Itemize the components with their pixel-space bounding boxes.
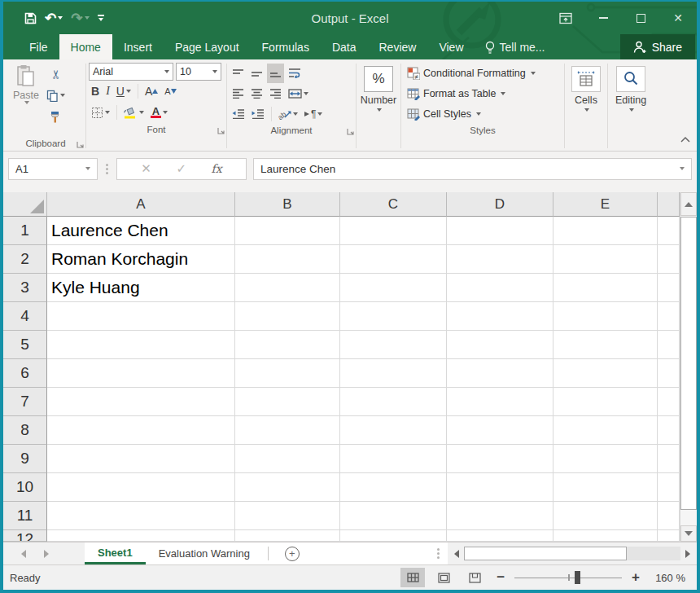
row-header-7[interactable]: 7 bbox=[3, 388, 47, 416]
column-header-B[interactable]: B bbox=[235, 192, 340, 217]
alignment-dialog-launcher[interactable] bbox=[347, 128, 354, 135]
editing-button[interactable]: Editing bbox=[610, 63, 651, 113]
copy-button[interactable] bbox=[44, 86, 68, 105]
cell-F5[interactable] bbox=[658, 331, 680, 359]
row-header-11[interactable]: 11 bbox=[3, 502, 47, 530]
underline-button[interactable]: U bbox=[114, 81, 133, 101]
cell-B10[interactable] bbox=[235, 473, 340, 502]
cell-F6[interactable] bbox=[658, 359, 680, 388]
italic-button[interactable]: I bbox=[103, 81, 112, 101]
tab-review[interactable]: Review bbox=[368, 34, 428, 59]
cell-F1[interactable] bbox=[658, 217, 680, 245]
cell-C2[interactable] bbox=[340, 245, 447, 274]
cell-C9[interactable] bbox=[340, 445, 447, 473]
formula-bar-handle[interactable] bbox=[106, 164, 108, 174]
cell-C7[interactable] bbox=[340, 388, 447, 416]
cell-E9[interactable] bbox=[553, 445, 658, 473]
cell-C1[interactable] bbox=[340, 217, 447, 245]
paste-button[interactable]: Paste bbox=[8, 63, 44, 137]
page-break-preview-button[interactable] bbox=[462, 568, 487, 587]
horizontal-scrollbar-track[interactable] bbox=[627, 547, 680, 560]
conditional-formatting-button[interactable]: ≠ Conditional Formatting bbox=[407, 63, 562, 83]
cell-B2[interactable] bbox=[235, 245, 340, 274]
cell-E5[interactable] bbox=[553, 331, 658, 359]
collapse-ribbon-button[interactable] bbox=[680, 131, 690, 146]
cell-B6[interactable] bbox=[235, 359, 340, 388]
cell-F7[interactable] bbox=[658, 388, 680, 416]
cell-B1[interactable] bbox=[235, 217, 340, 245]
middle-align-button[interactable] bbox=[248, 64, 265, 83]
zoom-in-button[interactable]: + bbox=[628, 569, 643, 586]
cell-D11[interactable] bbox=[447, 502, 553, 530]
customize-qat-button[interactable] bbox=[98, 15, 104, 21]
cell-A6[interactable] bbox=[47, 359, 235, 388]
cut-button[interactable]: ✂ bbox=[46, 63, 65, 86]
number-format-button[interactable]: % Number bbox=[359, 63, 398, 113]
increase-font-size-button[interactable]: A bbox=[142, 81, 160, 101]
share-button[interactable]: Share bbox=[620, 34, 695, 59]
cell-E6[interactable] bbox=[553, 359, 658, 388]
column-header-E[interactable]: E bbox=[553, 192, 658, 217]
close-button[interactable]: ✕ bbox=[659, 2, 697, 34]
ribbon-display-options-button[interactable] bbox=[547, 2, 584, 34]
tab-insert[interactable]: Insert bbox=[112, 34, 164, 59]
font-color-button[interactable]: A bbox=[148, 103, 170, 122]
borders-button[interactable] bbox=[89, 103, 112, 122]
cell-C6[interactable] bbox=[340, 359, 447, 388]
cell-F11[interactable] bbox=[658, 502, 680, 530]
column-header-D[interactable]: D bbox=[447, 192, 553, 217]
cell-A10[interactable] bbox=[47, 473, 235, 502]
tab-view[interactable]: View bbox=[427, 34, 475, 59]
zoom-level[interactable]: 160 % bbox=[650, 572, 685, 584]
row-header-1[interactable]: 1 bbox=[3, 217, 47, 245]
cancel-entry-icon[interactable]: ✕ bbox=[141, 161, 151, 176]
cell-F10[interactable] bbox=[658, 473, 680, 502]
horizontal-scrollbar[interactable] bbox=[448, 542, 697, 564]
cell-C8[interactable] bbox=[340, 416, 447, 445]
cell-D7[interactable] bbox=[447, 388, 553, 416]
cell-E11[interactable] bbox=[553, 502, 658, 530]
scroll-up-button[interactable] bbox=[680, 192, 697, 216]
tab-file[interactable]: File bbox=[18, 34, 59, 59]
cell-B3[interactable] bbox=[235, 274, 340, 302]
text-direction-button[interactable]: ¶ bbox=[302, 104, 325, 124]
cell-D12[interactable] bbox=[447, 530, 553, 542]
cell-C11[interactable] bbox=[340, 502, 447, 530]
tab-home[interactable]: Home bbox=[59, 34, 112, 59]
cell-D9[interactable] bbox=[447, 445, 553, 473]
format-painter-button[interactable] bbox=[44, 107, 68, 126]
cell-E1[interactable] bbox=[553, 217, 658, 245]
cell-E2[interactable] bbox=[553, 245, 658, 274]
cell-B7[interactable] bbox=[235, 388, 340, 416]
bold-button[interactable]: B bbox=[89, 81, 102, 101]
cell-D3[interactable] bbox=[447, 274, 553, 302]
cell-B9[interactable] bbox=[235, 445, 340, 473]
row-header-8[interactable]: 8 bbox=[3, 416, 47, 445]
cell-E8[interactable] bbox=[553, 416, 658, 445]
column-header-A[interactable]: A bbox=[47, 192, 235, 217]
cell-A8[interactable] bbox=[47, 416, 235, 445]
cell-D10[interactable] bbox=[447, 473, 553, 502]
next-sheet-icon[interactable] bbox=[44, 550, 49, 558]
cell-B8[interactable] bbox=[235, 416, 340, 445]
cell-B11[interactable] bbox=[235, 502, 340, 530]
select-all-corner[interactable] bbox=[3, 192, 47, 217]
merge-center-button[interactable] bbox=[286, 84, 311, 103]
tab-bar-handle[interactable] bbox=[437, 542, 440, 564]
scroll-right-button[interactable] bbox=[680, 547, 695, 561]
cell-F8[interactable] bbox=[658, 416, 680, 445]
new-sheet-button[interactable]: + bbox=[285, 542, 300, 564]
undo-button[interactable]: ↶ bbox=[45, 11, 63, 25]
name-box[interactable]: A1 bbox=[8, 158, 98, 180]
align-center-button[interactable] bbox=[248, 84, 265, 103]
minimize-button[interactable] bbox=[584, 2, 622, 34]
cell-F2[interactable] bbox=[658, 245, 680, 274]
row-header-5[interactable]: 5 bbox=[3, 331, 47, 359]
cell-E7[interactable] bbox=[553, 388, 658, 416]
cell-B5[interactable] bbox=[235, 331, 340, 359]
cell-C10[interactable] bbox=[340, 473, 447, 502]
expand-formula-bar-icon[interactable] bbox=[680, 167, 685, 170]
cell-styles-button[interactable]: Cell Styles bbox=[407, 103, 562, 124]
cell-D2[interactable] bbox=[447, 245, 553, 274]
save-button[interactable] bbox=[24, 12, 37, 24]
